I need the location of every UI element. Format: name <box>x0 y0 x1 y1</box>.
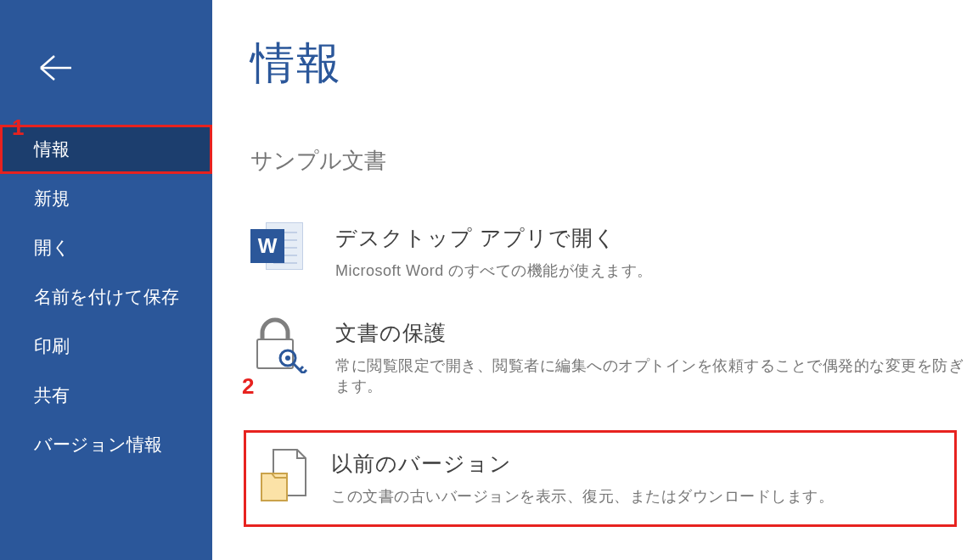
svg-rect-4 <box>257 339 293 368</box>
sidebar-item-about[interactable]: バージョン情報 <box>0 420 212 469</box>
open-in-desktop-description: Microsoft Word のすべての機能が使えます。 <box>335 260 978 281</box>
protect-document-button[interactable]: 文書の保護 常に閲覧限定で開き、閲覧者に編集へのオプトインを依頼することで偶発的… <box>250 317 978 396</box>
sidebar-item-info[interactable]: 情報 <box>0 125 212 174</box>
previous-versions-description: この文書の古いバージョンを表示、復元、またはダウンロードします。 <box>331 486 937 507</box>
sidebar-item-label: 開く <box>34 236 70 260</box>
sidebar-item-label: 新規 <box>34 187 70 210</box>
open-in-desktop-button[interactable]: W デスクトップ アプリで開く Microsoft Word のすべての機能が使… <box>250 222 978 283</box>
backstage-sidebar: 情報 新規 開く 名前を付けて保存 印刷 共有 バージョン情報 <box>0 0 212 560</box>
sidebar-item-label: 情報 <box>34 137 70 161</box>
sidebar-item-label: 名前を付けて保存 <box>34 285 179 309</box>
sidebar-item-label: バージョン情報 <box>34 433 162 456</box>
document-title: サンプル文書 <box>250 146 978 176</box>
page-title: 情報 <box>250 34 978 93</box>
sidebar-item-label: 共有 <box>34 384 70 407</box>
previous-versions-button[interactable]: 以前のバージョン この文書の古いバージョンを表示、復元、またはダウンロードします… <box>244 430 957 527</box>
annotation-1: 1 <box>12 115 24 141</box>
main-content: 情報 サンプル文書 W デスクトップ アプリで開く Microsoft Word… <box>212 0 978 560</box>
sidebar-item-label: 印刷 <box>34 334 70 358</box>
back-arrow-icon <box>36 51 76 85</box>
open-in-desktop-heading: デスクトップ アプリで開く <box>335 224 978 252</box>
protect-document-description: 常に閲覧限定で開き、閲覧者に編集へのオプトインを依頼することで偶発的な変更を防ぎ… <box>335 356 978 396</box>
protect-document-heading: 文書の保護 <box>335 319 978 347</box>
sidebar-item-share[interactable]: 共有 <box>0 371 212 420</box>
sidebar-item-open[interactable]: 開く <box>0 223 212 272</box>
sidebar-item-save-as[interactable]: 名前を付けて保存 <box>0 272 212 322</box>
previous-versions-heading: 以前のバージョン <box>331 450 937 478</box>
annotation-2: 2 <box>242 373 254 400</box>
svg-point-6 <box>285 356 290 361</box>
word-app-icon: W <box>250 222 335 283</box>
version-history-icon <box>246 448 331 509</box>
back-button[interactable] <box>0 10 212 125</box>
sidebar-item-new[interactable]: 新規 <box>0 174 212 223</box>
sidebar-item-print[interactable]: 印刷 <box>0 322 212 371</box>
lock-key-icon <box>250 317 335 378</box>
